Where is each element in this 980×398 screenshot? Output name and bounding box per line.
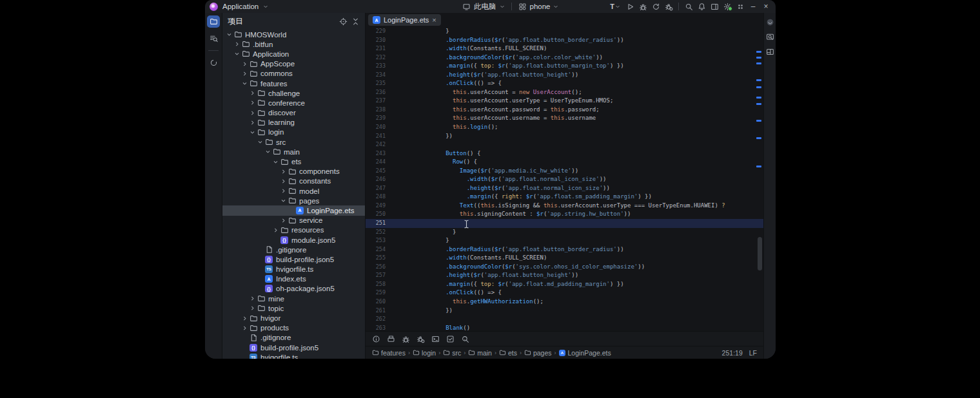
tree-item-service[interactable]: service <box>222 216 365 225</box>
tree-item-features[interactable]: features <box>222 79 365 88</box>
code-line-240[interactable]: 240 this.login(); <box>366 123 763 132</box>
chevron-right-icon[interactable] <box>248 305 257 311</box>
restart-button[interactable] <box>649 1 662 12</box>
tree-item--bitfun[interactable]: .bitfun <box>222 39 365 49</box>
tree-item-application[interactable]: Application <box>222 49 365 59</box>
previewer-tool-icon[interactable] <box>765 32 774 41</box>
code-line-236[interactable]: 236 this.userAccount = new UserAccount()… <box>366 88 763 97</box>
code-line-256[interactable]: 256 .backgroundColor($r('sys.color.ohos_… <box>366 263 763 272</box>
code-line-242[interactable]: 242 <box>366 140 763 149</box>
breadcrumb-item-main[interactable]: main <box>468 349 492 357</box>
chevron-right-icon[interactable] <box>240 61 249 67</box>
run-button[interactable] <box>623 1 636 12</box>
code-line-255[interactable]: 255 .width(Constants.FULL_SCREEN) <box>366 254 763 263</box>
find-tool-icon[interactable] <box>207 32 220 44</box>
collapse-all-icon[interactable] <box>351 17 360 26</box>
notifications-button[interactable] <box>695 1 708 12</box>
code-line-250[interactable]: 250 this.signingContent : $r('app.string… <box>366 210 763 219</box>
chevron-right-icon[interactable] <box>279 178 288 184</box>
tab-close-icon[interactable]: × <box>432 16 436 24</box>
code-line-252[interactable]: 252 } <box>366 228 763 237</box>
app-menu-chevron-icon[interactable] <box>263 4 268 9</box>
tree-item-module-json5[interactable]: {}module.json5 <box>222 235 365 245</box>
layout-button[interactable] <box>708 1 721 12</box>
code-line-259[interactable]: 259 .onClick(() => { <box>366 289 763 298</box>
chevron-right-icon[interactable] <box>279 188 288 194</box>
code-line-244[interactable]: 244 Row() { <box>366 158 763 167</box>
breadcrumb-item-features[interactable]: features <box>372 349 406 357</box>
tree-item-constants[interactable]: constants <box>222 176 365 186</box>
code-line-254[interactable]: 254 .borderRadius($r('app.float.button_b… <box>366 245 763 254</box>
code-editor[interactable]: 229 }230 .borderRadius($r('app.float.but… <box>366 27 763 331</box>
code-line-231[interactable]: 231 .width(Constants.FULL_SCREEN) <box>366 44 763 53</box>
assistant-tool-icon[interactable] <box>765 17 774 26</box>
tree-item-challenge[interactable]: challenge <box>222 88 365 98</box>
breadcrumb-item-login[interactable]: login <box>413 349 436 357</box>
tree-item-commons[interactable]: commons <box>222 69 365 79</box>
tree-item-index-ets[interactable]: AIndex.ets <box>222 274 365 284</box>
settings-button[interactable] <box>721 1 734 12</box>
profiler-tool-icon[interactable] <box>416 334 425 343</box>
target-chevron-icon[interactable] <box>553 4 558 9</box>
tree-item-hmosworld[interactable]: HMOSWorld <box>222 30 365 39</box>
chevron-right-icon[interactable] <box>279 169 288 175</box>
chevron-down-icon[interactable] <box>248 129 257 135</box>
tree-item-model[interactable]: model <box>222 186 365 196</box>
profile-button[interactable] <box>662 1 675 12</box>
code-line-238[interactable]: 238 this.userAccount.password = this.pas… <box>366 106 763 115</box>
tree-item-loginpage-ets[interactable]: ALoginPage.ets <box>222 205 365 215</box>
search-button[interactable] <box>682 1 695 12</box>
app-menu[interactable]: Application <box>222 3 259 10</box>
tree-item-products[interactable]: products <box>222 323 365 333</box>
code-line-246[interactable]: 246 .width($r('app.float.normal_icon_siz… <box>366 175 763 184</box>
breadcrumb-item-src[interactable]: src <box>443 349 461 357</box>
vcs-tool-icon[interactable] <box>207 57 220 69</box>
locate-file-icon[interactable] <box>339 17 348 26</box>
code-line-239[interactable]: 239 this.userAccount.username = this.use… <box>366 114 763 123</box>
chevron-right-icon[interactable] <box>248 100 257 106</box>
chevron-down-icon[interactable] <box>225 32 233 37</box>
tree-item-conference[interactable]: conference <box>222 98 365 108</box>
chevron-right-icon[interactable] <box>248 120 257 126</box>
tree-item-discover[interactable]: discover <box>222 108 365 118</box>
tree-item-learning[interactable]: learning <box>222 118 365 128</box>
tree-item-oh-package-json5[interactable]: {}oh-package.json5 <box>222 284 365 294</box>
chevron-right-icon[interactable] <box>248 296 257 301</box>
tree-item-login[interactable]: login <box>222 128 365 137</box>
code-line-230[interactable]: 230 .borderRadius($r('app.float.button_b… <box>366 36 763 45</box>
chevron-right-icon[interactable] <box>279 218 288 223</box>
chevron-right-icon[interactable] <box>271 227 280 233</box>
chevron-right-icon[interactable] <box>240 71 249 77</box>
breadcrumb-item-loginpage-ets[interactable]: ALoginPage.ets <box>559 349 611 357</box>
chevron-down-icon[interactable] <box>233 51 241 57</box>
tree-item-resources[interactable]: resources <box>222 225 365 235</box>
chevron-down-icon[interactable] <box>264 149 272 155</box>
chevron-down-icon[interactable] <box>279 198 288 204</box>
code-line-243[interactable]: 243 Button() { <box>366 149 763 158</box>
tree-item-components[interactable]: components <box>222 167 365 176</box>
code-line-248[interactable]: 248 .margin({ right: $r('app.float.sm_pa… <box>366 193 763 202</box>
code-line-260[interactable]: 260 this.getHWAuthorization(); <box>366 298 763 307</box>
chevron-right-icon[interactable] <box>240 316 249 321</box>
tree-item-main[interactable]: main <box>222 147 365 156</box>
target-selector[interactable]: phone <box>530 3 551 10</box>
minimize-button[interactable]: – <box>747 1 760 12</box>
tree-item-appscope[interactable]: AppScope <box>222 59 365 69</box>
log-tool-icon[interactable] <box>460 334 469 343</box>
chevron-right-icon[interactable] <box>240 325 249 331</box>
code-line-245[interactable]: 245 Image($r('app.media.ic_hw_white')) <box>366 167 763 176</box>
run-config-button[interactable]: T <box>607 1 623 12</box>
code-line-249[interactable]: 249 Text((this.isSigning && this.userAcc… <box>366 202 763 211</box>
code-line-253[interactable]: 253 } <box>366 236 763 245</box>
code-line-235[interactable]: 235 .onClick(() => { <box>366 79 763 88</box>
tree-item-build-profile-json5[interactable]: {}build-profile.json5 <box>222 254 365 264</box>
code-line-241[interactable]: 241 }) <box>366 132 763 141</box>
code-line-258[interactable]: 258 .margin({ top: $r('app.float.md_padd… <box>366 280 763 289</box>
caret-position[interactable]: 251:19 <box>722 349 743 357</box>
project-tool-icon[interactable] <box>207 15 220 28</box>
breadcrumb-item-pages[interactable]: pages <box>524 349 552 357</box>
code-line-234[interactable]: 234 .height($r('app.float.button_height'… <box>366 71 763 80</box>
chevron-right-icon[interactable] <box>248 110 257 116</box>
code-line-229[interactable]: 229 } <box>366 27 763 36</box>
chevron-down-icon[interactable] <box>271 159 280 165</box>
